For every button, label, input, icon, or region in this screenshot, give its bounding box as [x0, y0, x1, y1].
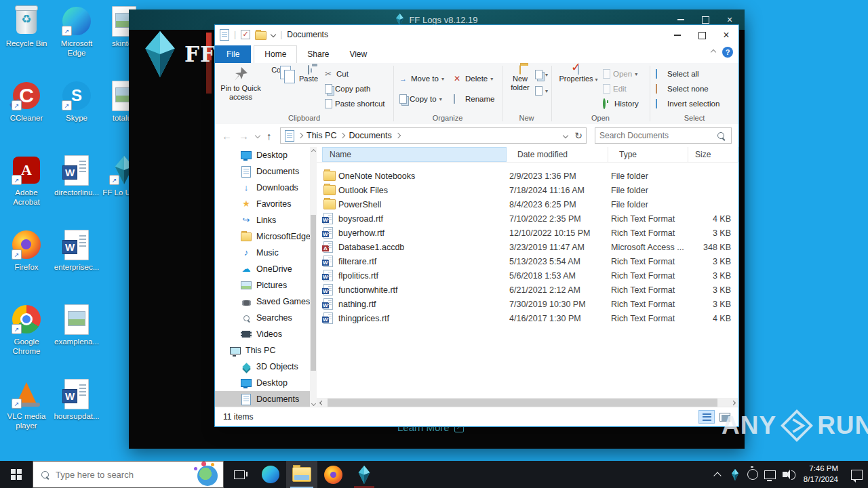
address-bar[interactable]: This PC Documents ↻ — [280, 127, 587, 144]
file-row-thingprices-rtf[interactable]: thingprices.rtf 4/16/2017 1:30 PM Rich T… — [317, 311, 738, 325]
explorer-maximize-button[interactable] — [690, 25, 714, 45]
desktop-icon-firefox[interactable]: ↗ Firefox — [3, 229, 50, 272]
history-button[interactable]: History — [603, 98, 639, 110]
file-row-database1-accdb[interactable]: Database1.accdb 3/23/2019 11:47 AM Micro… — [317, 240, 738, 254]
tray-chevron-button[interactable] — [709, 461, 726, 488]
horizontal-scrollbar[interactable] — [317, 398, 738, 407]
file-row-functionwhite-rtf[interactable]: functionwhite.rtf 6/21/2021 2:12 AM Rich… — [317, 283, 738, 297]
desktop-icon-recycle-bin[interactable]: Recycle Bin — [3, 5, 50, 48]
paste-button[interactable]: Paste — [295, 66, 322, 83]
new-folder-button[interactable]: New folder — [505, 66, 535, 93]
select-all-button[interactable]: Select all — [656, 68, 699, 80]
desktop-icon-enterprisec[interactable]: enterprisec... — [53, 229, 100, 272]
file-row-filterare-rtf[interactable]: filterare.rtf 5/13/2023 5:54 AM Rich Tex… — [317, 254, 738, 268]
sidebar-item-desktop[interactable]: Desktop — [215, 147, 310, 163]
file-row-nathing-rtf[interactable]: nathing.rtf 7/30/2019 10:30 PM Rich Text… — [317, 297, 738, 311]
ribbon-collapse-icon[interactable] — [711, 49, 716, 55]
sidebar-item-saved-games[interactable]: Saved Games — [215, 293, 310, 310]
tray-clock[interactable]: 7:46 PM 8/17/2024 — [797, 464, 845, 485]
tab-home[interactable]: Home — [254, 45, 297, 64]
pin-to-quick-access-button[interactable]: Pin to Quick access — [219, 66, 262, 102]
file-row-boysroad-rtf[interactable]: boysroad.rtf 7/10/2022 2:35 PM Rich Text… — [317, 211, 738, 226]
qat-properties-icon[interactable]: ✓ — [241, 30, 250, 39]
column-header-name[interactable]: Name — [322, 147, 507, 162]
file-row-onenote-notebooks[interactable]: OneNote Notebooks 2/9/2023 1:36 PM File … — [317, 169, 738, 183]
cut-button[interactable]: ✂Cut — [325, 68, 349, 80]
sidebar-item-documents-pc[interactable]: Documents — [215, 391, 310, 407]
nav-scrollbar[interactable] — [310, 147, 317, 407]
desktop-icon-skype[interactable]: S↗ Skype — [53, 80, 100, 123]
help-icon[interactable]: ? — [722, 47, 733, 58]
taskbar-explorer-button[interactable] — [286, 461, 317, 488]
copy-path-button[interactable]: Copy path — [325, 83, 370, 95]
sidebar-item-documents[interactable]: Documents — [215, 163, 310, 180]
address-dropdown-icon[interactable] — [563, 133, 568, 138]
search-box[interactable] — [595, 127, 732, 144]
column-header-size[interactable]: Size — [688, 147, 738, 162]
sidebar-item-searches[interactable]: Searches — [215, 310, 310, 326]
details-view-button[interactable] — [698, 410, 715, 424]
move-to-button[interactable]: →Move to▾ — [399, 73, 444, 85]
taskbar-search[interactable] — [33, 461, 224, 488]
sidebar-item-onedrive[interactable]: ☁ OneDrive — [215, 261, 310, 277]
desktop-icon-google-chrome[interactable]: ↗ Google Chrome — [3, 304, 50, 357]
file-row-outlook-files[interactable]: Outlook Files 7/18/2024 11:16 AM File fo… — [317, 183, 738, 197]
sidebar-item-this-pc[interactable]: This PC — [215, 342, 310, 359]
new-item-button[interactable]: ▾ — [535, 68, 548, 81]
file-row-buyerhow-rtf[interactable]: buyerhow.rtf 12/10/2022 10:15 PM Rich Te… — [317, 226, 738, 240]
tab-file[interactable]: File — [215, 45, 251, 63]
sidebar-item-favorites[interactable]: ★ Favorites — [215, 196, 310, 212]
sidebar-item-microsoftedgeb[interactable]: MicrosoftEdgeB — [215, 228, 310, 245]
easy-access-button[interactable]: ▾ — [535, 85, 548, 97]
desktop-icon-examplena[interactable]: examplena... — [53, 304, 100, 346]
column-header-type[interactable]: Type — [612, 147, 688, 162]
sidebar-item-videos[interactable]: Videos — [215, 326, 310, 342]
start-button[interactable] — [0, 461, 33, 488]
tray-network-button[interactable] — [762, 461, 779, 488]
explorer-minimize-button[interactable] — [665, 25, 690, 45]
sidebar-item-3d-objects-pc[interactable]: 3D Objects — [215, 359, 310, 375]
edit-button[interactable]: Edit — [603, 83, 627, 95]
sidebar-item-desktop-pc[interactable]: Desktop — [215, 375, 310, 391]
copy-button[interactable]: Copy — [265, 66, 295, 75]
taskbar-firefox-button[interactable] — [317, 461, 349, 488]
desktop-icon-directorlinu[interactable]: directorlinu... — [53, 155, 100, 197]
tray-fflogs-button[interactable] — [726, 461, 744, 488]
taskbar-fflogs-button[interactable] — [349, 461, 380, 488]
task-view-button[interactable] — [224, 461, 255, 488]
copy-to-button[interactable]: Copy to▾ — [399, 93, 442, 105]
up-button[interactable]: ↑ — [267, 130, 272, 142]
forward-button[interactable]: → — [239, 130, 249, 142]
nav-scrollbar-thumb[interactable] — [311, 215, 316, 371]
back-button[interactable]: ← — [222, 130, 232, 142]
explorer-titlebar[interactable]: | ✓ | Documents × — [215, 25, 738, 44]
tray-volume-button[interactable] — [779, 461, 797, 488]
tray-capture-button[interactable] — [744, 461, 762, 488]
hscroll-thumb[interactable] — [328, 399, 717, 407]
action-center-button[interactable] — [845, 461, 868, 488]
rename-button[interactable]: Rename — [454, 93, 494, 105]
desktop-icon-adobe-acrobat[interactable]: A↗ Adobe Acrobat — [3, 155, 50, 207]
recent-locations-icon[interactable] — [255, 133, 260, 138]
tab-share[interactable]: Share — [297, 46, 339, 63]
qat-customize-icon[interactable] — [271, 32, 276, 37]
desktop-icon-ccleaner[interactable]: C↗ CCleaner — [3, 80, 50, 123]
qat-new-folder-icon[interactable] — [255, 31, 267, 40]
desktop-icon-hoursupdat[interactable]: hoursupdat... — [53, 378, 100, 421]
sidebar-item-music[interactable]: ♪ Music — [215, 245, 310, 261]
tab-view[interactable]: View — [339, 46, 377, 63]
sidebar-item-links[interactable]: ↪ Links — [215, 212, 310, 228]
invert-selection-button[interactable]: Invert selection — [656, 98, 719, 110]
desktop-icon-microsoft-edge[interactable]: ↗ Microsoft Edge — [53, 5, 100, 58]
taskbar-edge-button[interactable] — [255, 461, 286, 488]
file-row-powershell[interactable]: PowerShell 8/4/2023 6:25 PM File folder — [317, 197, 738, 211]
properties-button[interactable]: Properties ▾ — [558, 66, 599, 83]
open-button[interactable]: Open▾ — [603, 68, 637, 80]
search-input[interactable] — [595, 131, 717, 140]
explorer-close-button[interactable]: × — [714, 25, 738, 45]
file-row-flpolitics-rtf[interactable]: flpolitics.rtf 5/6/2018 1:53 AM Rich Tex… — [317, 268, 738, 283]
delete-button[interactable]: ✕Delete▾ — [454, 73, 493, 85]
column-header-date[interactable]: Date modified — [511, 147, 608, 162]
breadcrumb-this-pc[interactable]: This PC — [307, 131, 336, 140]
sidebar-item-downloads[interactable]: ↓ Downloads — [215, 180, 310, 196]
